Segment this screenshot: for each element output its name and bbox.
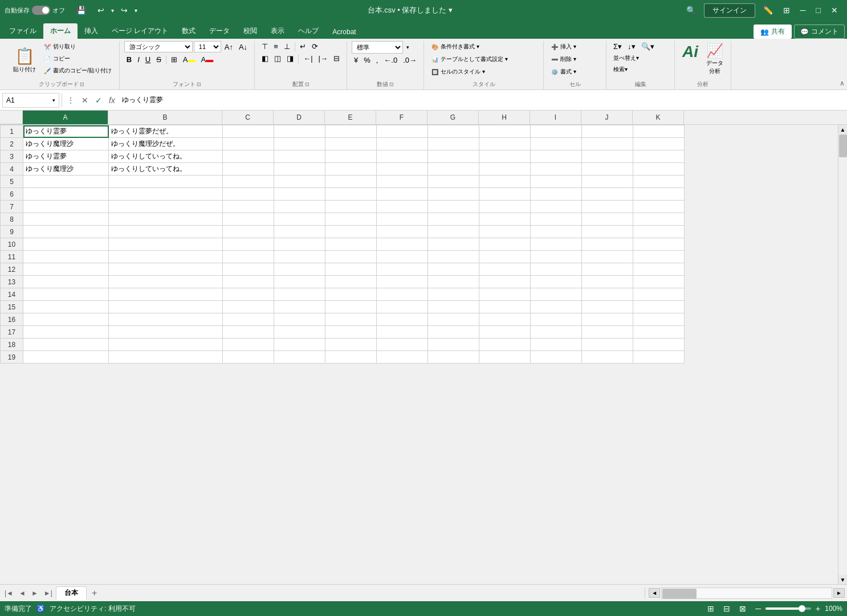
- cell-H7[interactable]: [479, 201, 531, 213]
- format-paint-button[interactable]: 🖌️ 書式のコピー/貼り付け: [41, 65, 115, 76]
- cell-B14[interactable]: [109, 288, 223, 301]
- row-number-15[interactable]: 15: [1, 301, 23, 313]
- cell-E19[interactable]: [325, 351, 377, 364]
- cell-F9[interactable]: [377, 226, 428, 238]
- cell-J19[interactable]: [582, 351, 633, 364]
- number-format-more[interactable]: ▾: [404, 43, 412, 51]
- cell-E14[interactable]: [325, 288, 377, 301]
- row-number-7[interactable]: 7: [1, 201, 23, 213]
- col-header-E[interactable]: E: [325, 111, 376, 124]
- row-number-9[interactable]: 9: [1, 226, 23, 238]
- cell-B1[interactable]: ゆっくり霊夢だぜ。: [109, 125, 223, 138]
- cell-D1[interactable]: [274, 125, 325, 138]
- cell-C13[interactable]: [223, 276, 274, 288]
- cell-J11[interactable]: [582, 251, 633, 263]
- cell-J8[interactable]: [582, 213, 633, 226]
- cell-E4[interactable]: [325, 163, 377, 176]
- cell-K13[interactable]: [633, 276, 685, 288]
- cell-H18[interactable]: [479, 338, 531, 351]
- paste-button[interactable]: 📋 貼り付け: [9, 41, 40, 79]
- cell-J13[interactable]: [582, 276, 633, 288]
- tab-view[interactable]: 表示: [264, 23, 291, 39]
- row-number-5[interactable]: 5: [1, 176, 23, 188]
- cell-B13[interactable]: [109, 276, 223, 288]
- tab-pagelayout[interactable]: ページ レイアウト: [105, 23, 175, 39]
- autosave-toggle[interactable]: [32, 6, 50, 15]
- cell-B5[interactable]: [109, 176, 223, 188]
- cell-I18[interactable]: [531, 338, 582, 351]
- insert-cells-button[interactable]: ➕ 挿入 ▾: [548, 41, 601, 52]
- cell-B4[interactable]: ゆっくりしていってね。: [109, 163, 223, 176]
- font-expand-icon[interactable]: ⊡: [197, 81, 201, 87]
- cell-F1[interactable]: [377, 125, 428, 138]
- cell-F11[interactable]: [377, 251, 428, 263]
- cell-I19[interactable]: [531, 351, 582, 364]
- col-header-B[interactable]: B: [108, 111, 222, 124]
- decrease-indent-button[interactable]: ←|: [301, 53, 315, 64]
- cell-I14[interactable]: [531, 288, 582, 301]
- cell-C3[interactable]: [223, 150, 274, 163]
- cell-I10[interactable]: [531, 238, 582, 251]
- text-dir-button[interactable]: ⟳: [310, 41, 320, 52]
- cell-A15[interactable]: [23, 301, 109, 313]
- cell-B2[interactable]: ゆっくり魔理沙だぜ。: [109, 138, 223, 150]
- cell-I9[interactable]: [531, 226, 582, 238]
- tab-acrobat[interactable]: Acrobat: [325, 25, 363, 39]
- number-expand-icon[interactable]: ⊡: [389, 81, 394, 87]
- cell-F7[interactable]: [377, 201, 428, 213]
- cell-G18[interactable]: [428, 338, 479, 351]
- align-top-button[interactable]: ⊤: [259, 41, 270, 52]
- cell-E9[interactable]: [325, 226, 377, 238]
- cell-A11[interactable]: [23, 251, 109, 263]
- cell-K7[interactable]: [633, 201, 685, 213]
- cell-B8[interactable]: [109, 213, 223, 226]
- strikethrough-button[interactable]: S: [154, 54, 164, 65]
- border-button[interactable]: ⊞: [169, 54, 180, 65]
- row-number-13[interactable]: 13: [1, 276, 23, 288]
- cell-E16[interactable]: [325, 313, 377, 326]
- cell-K15[interactable]: [633, 301, 685, 313]
- col-header-C[interactable]: C: [222, 111, 274, 124]
- cell-C8[interactable]: [223, 213, 274, 226]
- cell-D18[interactable]: [274, 338, 325, 351]
- cell-I16[interactable]: [531, 313, 582, 326]
- cell-F5[interactable]: [377, 176, 428, 188]
- cell-F3[interactable]: [377, 150, 428, 163]
- cell-J15[interactable]: [582, 301, 633, 313]
- cell-D9[interactable]: [274, 226, 325, 238]
- save-button[interactable]: 💾: [72, 3, 91, 17]
- cell-J9[interactable]: [582, 226, 633, 238]
- cell-I12[interactable]: [531, 263, 582, 276]
- cell-A16[interactable]: [23, 313, 109, 326]
- data-analysis-button[interactable]: 📈 データ分析: [703, 41, 726, 77]
- cell-E8[interactable]: [325, 213, 377, 226]
- cell-J3[interactable]: [582, 150, 633, 163]
- cell-K1[interactable]: [633, 125, 685, 138]
- undo-dropdown[interactable]: ▾: [110, 6, 115, 15]
- cell-C1[interactable]: [223, 125, 274, 138]
- cell-H9[interactable]: [479, 226, 531, 238]
- col-header-I[interactable]: I: [530, 111, 581, 124]
- font-size-selector[interactable]: 11: [194, 41, 221, 52]
- cell-D17[interactable]: [274, 326, 325, 338]
- cell-B7[interactable]: [109, 201, 223, 213]
- cell-J6[interactable]: [582, 188, 633, 201]
- cell-C10[interactable]: [223, 238, 274, 251]
- row-number-12[interactable]: 12: [1, 263, 23, 276]
- cell-K16[interactable]: [633, 313, 685, 326]
- cell-I3[interactable]: [531, 150, 582, 163]
- cell-F8[interactable]: [377, 213, 428, 226]
- cell-G1[interactable]: [428, 125, 479, 138]
- cell-D16[interactable]: [274, 313, 325, 326]
- cell-G13[interactable]: [428, 276, 479, 288]
- cell-I1[interactable]: [531, 125, 582, 138]
- align-center-button[interactable]: ◫: [272, 53, 283, 64]
- cell-B11[interactable]: [109, 251, 223, 263]
- cell-A14[interactable]: [23, 288, 109, 301]
- align-right-button[interactable]: ◨: [284, 53, 296, 64]
- row-number-14[interactable]: 14: [1, 288, 23, 301]
- increase-decimal-button[interactable]: .0→: [401, 55, 419, 66]
- cell-I6[interactable]: [531, 188, 582, 201]
- tab-data[interactable]: データ: [202, 23, 237, 39]
- increase-indent-button[interactable]: |→: [316, 53, 330, 64]
